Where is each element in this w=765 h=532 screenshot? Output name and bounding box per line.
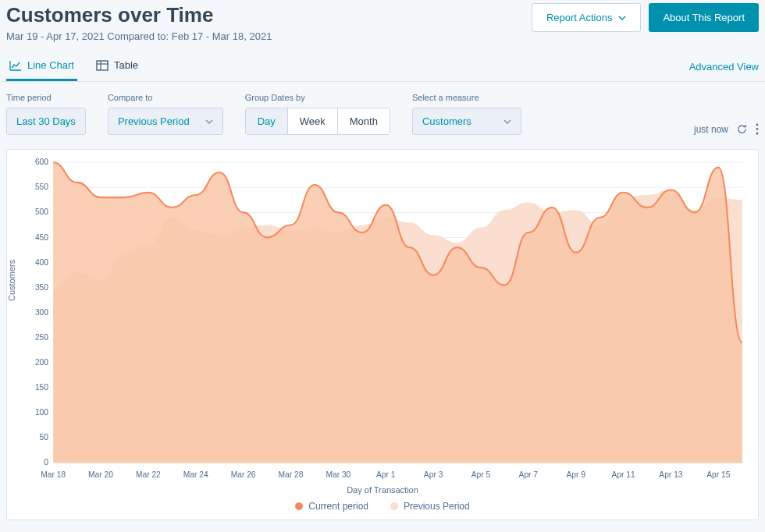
group-week-button[interactable]: Week — [288, 108, 338, 134]
advanced-view-link[interactable]: Advanced View — [689, 61, 759, 73]
svg-text:500: 500 — [35, 207, 48, 216]
refresh-timestamp: just now — [694, 124, 728, 135]
measure-value: Customers — [422, 115, 471, 127]
more-menu-button[interactable] — [756, 123, 759, 135]
svg-point-4 — [756, 128, 759, 130]
svg-text:Mar 30: Mar 30 — [326, 470, 350, 479]
report-actions-button[interactable]: Report Actions — [532, 3, 642, 32]
svg-text:Apr 7: Apr 7 — [519, 470, 539, 479]
compare-to-select[interactable]: Previous Period — [108, 108, 223, 135]
legend-current-label: Current period — [308, 501, 368, 512]
legend-current-dot — [295, 502, 303, 510]
svg-text:Mar 24: Mar 24 — [183, 470, 208, 479]
report-actions-label: Report Actions — [546, 12, 613, 23]
svg-text:Apr 13: Apr 13 — [659, 470, 682, 479]
svg-text:Mar 18: Mar 18 — [41, 470, 66, 479]
group-month-button[interactable]: Month — [338, 108, 390, 134]
about-report-button[interactable]: About This Report — [649, 3, 759, 32]
tab-line-chart-label: Line Chart — [27, 59, 74, 71]
svg-text:50: 50 — [40, 433, 49, 442]
date-range-subtitle: Mar 19 - Apr 17, 2021 Compared to: Feb 1… — [6, 30, 272, 42]
svg-point-5 — [756, 133, 759, 135]
more-vertical-icon — [756, 123, 759, 135]
time-period-label: Time period — [6, 93, 86, 102]
svg-text:100: 100 — [35, 408, 48, 417]
chevron-down-icon — [205, 118, 213, 126]
legend-previous-dot — [390, 502, 398, 510]
legend-previous-label: Previous Period — [404, 501, 470, 512]
compare-to-value: Previous Period — [118, 115, 190, 127]
svg-text:Apr 11: Apr 11 — [612, 470, 635, 479]
svg-text:300: 300 — [35, 308, 48, 317]
chevron-down-icon — [503, 118, 511, 126]
svg-rect-0 — [97, 61, 108, 70]
refresh-button[interactable] — [736, 123, 748, 135]
legend-current: Current period — [295, 501, 368, 512]
customers-chart: 050100150200250300350400450500550600Mar … — [15, 156, 750, 484]
svg-text:Apr 3: Apr 3 — [424, 470, 443, 479]
chart-card: Customers 050100150200250300350400450500… — [6, 149, 759, 520]
svg-text:Mar 28: Mar 28 — [279, 470, 304, 479]
svg-text:Apr 9: Apr 9 — [566, 470, 585, 479]
refresh-icon — [736, 123, 748, 135]
svg-text:350: 350 — [35, 283, 48, 292]
x-axis-label: Day of Transaction — [15, 485, 750, 495]
svg-text:550: 550 — [35, 183, 48, 191]
line-chart-icon — [9, 60, 22, 71]
svg-text:400: 400 — [35, 258, 48, 267]
svg-point-3 — [756, 123, 759, 126]
group-dates-label: Group Dates by — [245, 93, 390, 102]
svg-text:Apr 1: Apr 1 — [376, 470, 396, 479]
svg-text:Apr 15: Apr 15 — [706, 470, 730, 479]
svg-text:150: 150 — [35, 383, 48, 392]
svg-text:Mar 22: Mar 22 — [136, 470, 161, 479]
chevron-down-icon — [618, 14, 626, 22]
measure-label: Select a measure — [412, 93, 521, 102]
tab-table-label: Table — [114, 59, 138, 71]
svg-text:Mar 20: Mar 20 — [88, 470, 113, 479]
svg-text:Apr 5: Apr 5 — [471, 470, 491, 479]
tab-table[interactable]: Table — [93, 51, 141, 81]
measure-select[interactable]: Customers — [412, 108, 521, 135]
group-day-button[interactable]: Day — [246, 108, 288, 134]
y-axis-label: Customers — [7, 260, 16, 301]
svg-text:0: 0 — [44, 458, 48, 466]
svg-text:450: 450 — [35, 233, 48, 242]
tab-line-chart[interactable]: Line Chart — [6, 51, 77, 81]
svg-text:250: 250 — [35, 333, 48, 342]
table-icon — [96, 60, 109, 71]
svg-text:200: 200 — [35, 358, 48, 367]
group-dates-segmented: Day Week Month — [245, 108, 390, 135]
legend-previous: Previous Period — [390, 501, 470, 512]
page-title: Customers over Time — [6, 3, 272, 27]
compare-to-label: Compare to — [108, 93, 223, 102]
svg-text:600: 600 — [35, 158, 48, 166]
time-period-select[interactable]: Last 30 Days — [6, 108, 86, 135]
svg-text:Mar 26: Mar 26 — [231, 470, 256, 479]
